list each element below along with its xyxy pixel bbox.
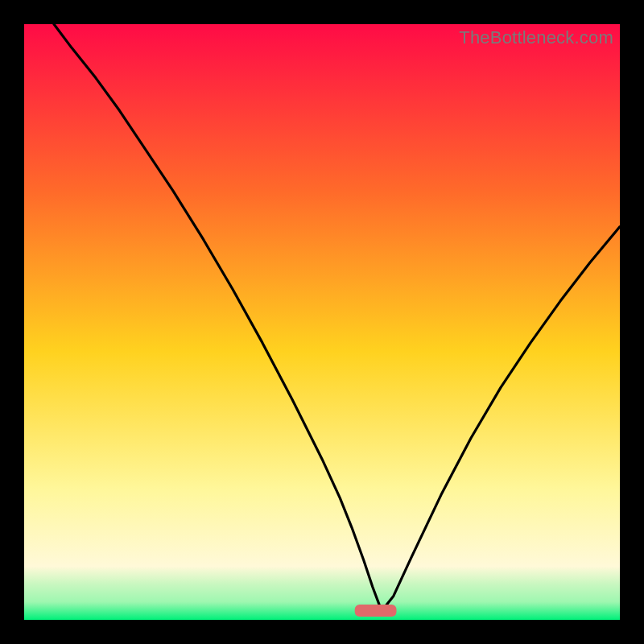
chart-frame: TheBottleneck.com bbox=[24, 24, 620, 620]
optimal-marker bbox=[355, 605, 397, 617]
watermark-text: TheBottleneck.com bbox=[459, 27, 613, 48]
gradient-background bbox=[24, 24, 620, 620]
bottleneck-chart bbox=[24, 24, 620, 620]
